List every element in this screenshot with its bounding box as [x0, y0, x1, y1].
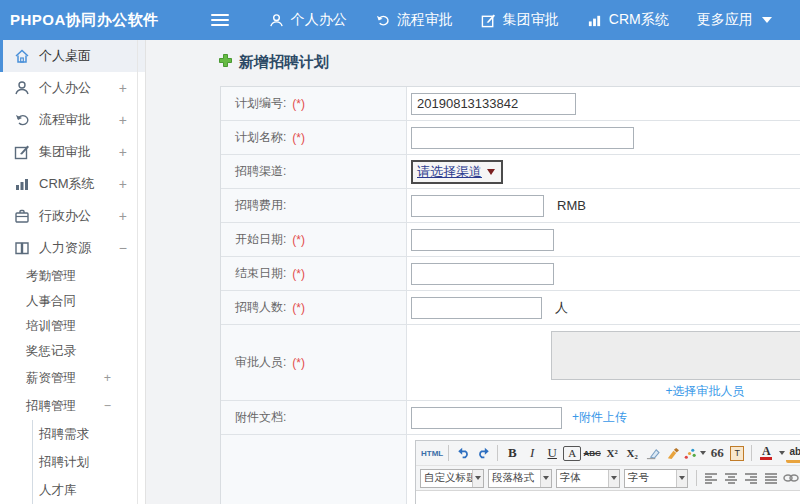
field-label: 附件文档: — [235, 409, 286, 426]
sidebar-subitem-attendance[interactable]: 考勤管理 — [0, 264, 145, 289]
sidebar-label: 人力资源 — [39, 239, 119, 257]
bold-button[interactable]: B — [503, 443, 521, 463]
align-justify-icon[interactable] — [762, 468, 780, 488]
channel-select-value: 请选择渠道 — [417, 163, 482, 181]
sidebar-subitem-hr-contract[interactable]: 人事合同 — [0, 289, 145, 314]
undo-icon[interactable] — [454, 443, 472, 463]
flow-icon — [375, 13, 390, 28]
font-select-value: 字体 — [557, 471, 608, 485]
plan-name-input[interactable] — [411, 127, 634, 149]
expand-plus-icon[interactable]: + — [119, 144, 127, 160]
superscript-button[interactable]: X² — [603, 443, 621, 463]
sidebar-item-admin-office[interactable]: 行政办公 + — [0, 200, 145, 232]
sidebar-subitem-training[interactable]: 培训管理 — [0, 314, 145, 339]
size-select-value: 字号 — [625, 471, 676, 485]
paste-text-icon[interactable]: T — [728, 443, 746, 463]
topnav-crm[interactable]: CRM系统 — [587, 11, 669, 29]
headcount-input[interactable] — [411, 297, 542, 319]
sidebar-item-group-approval[interactable]: 集团审批 + — [0, 136, 145, 168]
select-all-button[interactable]: A — [563, 446, 581, 461]
sidebar-item-workflow-approval[interactable]: 流程审批 + — [0, 104, 145, 136]
font-family-select[interactable]: 字体 — [556, 469, 620, 488]
font-size-select[interactable]: 字号 — [624, 469, 688, 488]
sidebar-label: CRM系统 — [39, 175, 119, 193]
sidebar-subitem-rewards[interactable]: 奖惩记录 — [0, 339, 145, 364]
caret-down-icon — [762, 17, 772, 23]
editor-content-area[interactable] — [416, 491, 800, 504]
topnav-workflow-approval[interactable]: 流程审批 — [375, 11, 453, 29]
form-row-fee: 招聘费用: RMB — [221, 189, 800, 223]
eraser-icon[interactable] — [643, 443, 661, 463]
sidebar-item-crm[interactable]: CRM系统 + — [0, 168, 145, 200]
align-right-icon[interactable] — [742, 468, 760, 488]
topnav-group-approval[interactable]: 集团审批 — [481, 11, 559, 29]
sidebar-item-hr[interactable]: 人力资源 − — [0, 232, 145, 264]
sidebar-item-recruit-demand[interactable]: 招聘需求 — [33, 420, 145, 448]
format-brush-icon[interactable] — [663, 443, 681, 463]
toolbar-separator — [696, 470, 697, 486]
collapse-minus-icon[interactable]: − — [104, 399, 111, 413]
plan-code-input[interactable] — [411, 93, 576, 115]
choose-approvers-link[interactable]: +选择审批人员 — [665, 383, 744, 400]
add-plus-icon — [218, 53, 233, 72]
channel-select[interactable]: 请选择渠道 — [411, 160, 503, 184]
start-date-input[interactable] — [411, 229, 554, 251]
attachment-input[interactable] — [411, 407, 562, 429]
expand-plus-icon[interactable]: + — [119, 208, 127, 224]
source-code-button[interactable]: HTML — [421, 443, 443, 463]
form-row-end-date: 结束日期:(*) — [221, 257, 800, 291]
strikethrough-button[interactable]: ABC — [583, 443, 601, 463]
font-color-letter: A — [762, 446, 771, 456]
topnav-label: 流程审批 — [397, 11, 453, 29]
font-color-button[interactable]: A — [757, 443, 775, 463]
highlight-color-button[interactable]: ab — [786, 443, 800, 463]
app-logo: PHPOA协同办公软件 — [10, 11, 159, 30]
sidebar-subitem-recruit-mgmt[interactable]: 招聘管理 − — [0, 392, 145, 420]
caret-down-icon — [779, 451, 785, 455]
link-icon[interactable] — [782, 468, 800, 488]
topnav-more-apps[interactable]: 更多应用 — [697, 11, 772, 29]
expand-plus-icon[interactable]: + — [119, 176, 127, 192]
form-row-plan-name: 计划名称:(*) — [221, 121, 800, 155]
sidebar-item-desktop[interactable]: 个人桌面 — [0, 40, 145, 72]
user-icon — [14, 80, 30, 96]
expand-plus-icon[interactable]: + — [119, 112, 127, 128]
fee-input[interactable] — [411, 195, 544, 217]
caret-down-icon — [700, 451, 706, 455]
italic-button[interactable]: I — [523, 443, 541, 463]
paragraph-format-select[interactable]: 段落格式 — [488, 469, 552, 488]
remove-format-icon[interactable] — [683, 443, 706, 463]
paragraph-select-value: 段落格式 — [489, 471, 540, 485]
topnav-label: CRM系统 — [609, 11, 669, 29]
align-center-icon[interactable] — [722, 468, 740, 488]
form-row-attachment: 附件文档: +附件上传 — [221, 401, 800, 435]
sidebar-item-personal-office[interactable]: 个人办公 + — [0, 72, 145, 104]
sidebar-item-talent-pool[interactable]: 人才库 — [33, 476, 145, 504]
blockquote-button[interactable]: 66 — [708, 443, 726, 463]
color-bar — [760, 457, 772, 460]
sidebar-subitem-salary[interactable]: 薪资管理 + — [0, 364, 145, 392]
expand-plus-icon[interactable]: + — [119, 80, 127, 96]
form-row-start-date: 开始日期:(*) — [221, 223, 800, 257]
end-date-input[interactable] — [411, 263, 554, 285]
attachment-upload-link[interactable]: +附件上传 — [572, 409, 627, 426]
topnav-label: 集团审批 — [503, 11, 559, 29]
expand-plus-icon[interactable]: + — [104, 371, 111, 385]
sidebar-item-recruit-plan[interactable]: 招聘计划 — [33, 448, 145, 476]
sidebar-sublabel: 招聘需求 — [39, 426, 89, 443]
required-mark: (*) — [292, 267, 305, 281]
heading-select[interactable]: 自定义标题 — [420, 469, 484, 488]
recruit-plan-form: 计划编号:(*) 计划名称:(*) 招聘渠道: 请选择渠道 — [220, 86, 800, 504]
redo-icon[interactable] — [474, 443, 492, 463]
subscript-button[interactable]: X₂ — [623, 443, 641, 463]
menu-toggle-icon[interactable] — [211, 14, 229, 26]
approvers-textarea[interactable] — [551, 331, 800, 380]
collapse-minus-icon[interactable]: − — [119, 240, 127, 256]
topnav-personal-office[interactable]: 个人办公 — [269, 11, 347, 29]
field-label: 招聘渠道: — [235, 163, 286, 180]
select-caret-icon — [472, 470, 483, 487]
align-left-icon[interactable] — [702, 468, 720, 488]
underline-button[interactable]: U — [543, 443, 561, 463]
chart-icon — [14, 176, 30, 192]
heading-select-value: 自定义标题 — [421, 471, 472, 485]
